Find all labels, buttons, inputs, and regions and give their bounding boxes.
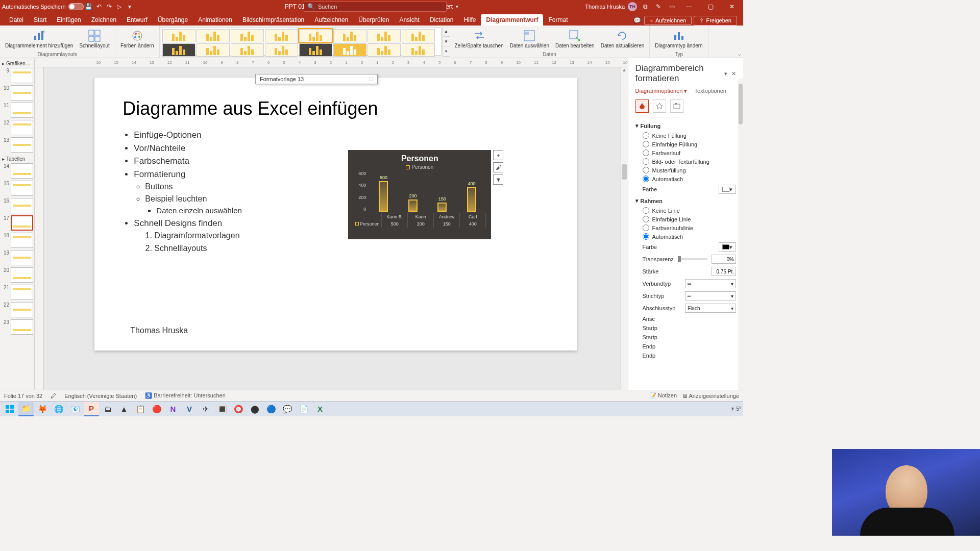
fill-solid-option[interactable]: Einfarbige Füllung xyxy=(635,140,737,148)
start-button[interactable] xyxy=(2,402,17,416)
chart-style-1[interactable] xyxy=(162,29,195,42)
fill-gradient-option[interactable]: Farbverlauf xyxy=(635,148,737,157)
taskbar-firefox-icon[interactable]: 🦊 xyxy=(35,402,50,416)
record-button[interactable]: ●Aufzeichnen xyxy=(644,16,692,25)
chart-styles-icon[interactable]: 🖌 xyxy=(493,162,503,172)
transparency-slider[interactable] xyxy=(678,258,707,260)
save-icon[interactable]: 💾 xyxy=(84,2,94,12)
taskbar-app2-icon[interactable]: 📋 xyxy=(133,402,148,416)
taskbar-app3-icon[interactable]: 🔴 xyxy=(149,402,164,416)
tab-format[interactable]: Format xyxy=(543,14,573,26)
accessibility-status[interactable]: Barrierefreiheit: Untersuchen xyxy=(154,392,226,398)
chart-style-5[interactable] xyxy=(299,29,332,42)
transparency-input[interactable] xyxy=(712,255,736,264)
thumb-section-graphics[interactable]: ▸ Grafiken… xyxy=(1,59,33,68)
thumb-9[interactable]: 9 xyxy=(1,68,33,83)
line-none-option[interactable]: Keine Linie xyxy=(635,206,737,215)
change-chart-type-button[interactable]: Diagrammtyp ändern xyxy=(653,29,704,49)
effects-tab-icon[interactable] xyxy=(653,99,666,113)
ribbon-mode-icon[interactable]: ▭ xyxy=(667,2,677,12)
chart-style-14[interactable] xyxy=(333,43,366,57)
tab-diagrammentwurf[interactable]: Diagrammentwurf xyxy=(481,14,543,26)
share-button[interactable]: ⇪Freigeben xyxy=(694,16,737,26)
redo-icon[interactable]: ↷ xyxy=(104,2,114,12)
taskbar-app8-icon[interactable]: 💬 xyxy=(280,402,295,416)
editor-scrollbar[interactable]: ▲ xyxy=(621,67,628,390)
quick-layout-button[interactable]: Schnelllayout xyxy=(77,29,111,49)
maximize-button[interactable]: ▢ xyxy=(701,0,720,13)
thumb-19[interactable]: 19 xyxy=(1,250,33,265)
line-solid-option[interactable]: Einfarbige Linie xyxy=(635,215,737,223)
width-input[interactable] xyxy=(712,267,736,276)
taskbar-chrome-icon[interactable]: 🌐 xyxy=(51,402,66,416)
taskbar-app-icon[interactable]: 🗂 xyxy=(100,402,115,416)
tab-datei[interactable]: Datei xyxy=(4,14,29,26)
slide[interactable]: Diagramme aus Excel einfügen Einfüge-Opt… xyxy=(94,78,577,350)
thumb-14[interactable]: 14 xyxy=(1,163,33,179)
size-tab-icon[interactable] xyxy=(670,99,683,113)
toggle-pill[interactable] xyxy=(68,3,84,10)
more-qat-icon[interactable]: ▾ xyxy=(125,2,135,12)
taskbar-tray[interactable]: ☀ 5° xyxy=(730,406,741,412)
chart-style-3[interactable] xyxy=(231,29,264,42)
taskbar-explorer-icon[interactable]: 📁 xyxy=(18,402,34,416)
tab-hilfe[interactable]: Hilfe xyxy=(458,14,481,26)
present-icon[interactable]: ▷ xyxy=(114,2,125,12)
avatar[interactable]: TH xyxy=(628,2,637,11)
switch-row-col-button[interactable]: Zeile/Spalte tauschen xyxy=(453,29,506,49)
edit-data-button[interactable]: Daten bearbeiten xyxy=(553,29,597,49)
taskbar-powerpoint-icon[interactable]: P xyxy=(84,402,99,416)
tab-chart-options[interactable]: Diagrammoptionen ▾ xyxy=(635,88,688,94)
thumb-section-tables[interactable]: ▸ Tabellen xyxy=(1,155,33,163)
window-options-icon[interactable]: ⧉ xyxy=(640,2,650,12)
notes-toggle[interactable]: 📝 Notizen xyxy=(649,392,677,399)
pane-options-icon[interactable]: ▾ xyxy=(724,70,727,77)
minimize-button[interactable]: — xyxy=(680,0,698,13)
thumb-17[interactable]: 17 xyxy=(1,215,33,231)
change-colors-button[interactable]: Farben ändern xyxy=(118,29,156,49)
refresh-data-button[interactable]: Daten aktualisieren xyxy=(599,29,647,49)
taskbar-app5-icon[interactable]: ⭕ xyxy=(231,402,246,416)
pane-scrollbar[interactable] xyxy=(738,79,743,390)
chart-filter-icon[interactable]: ▼ xyxy=(493,174,503,185)
fill-section[interactable]: ▾ Füllung xyxy=(635,120,737,131)
taskbar-app4-icon[interactable]: 🔳 xyxy=(214,402,230,416)
slide-area[interactable]: Diagramme aus Excel einfügen Einfüge-Opt… xyxy=(44,67,627,390)
chart-style-13[interactable] xyxy=(299,43,332,57)
taskbar-app6-icon[interactable]: ⬤ xyxy=(247,402,262,416)
language-status[interactable]: Englisch (Vereinigte Staaten) xyxy=(64,393,137,399)
taskbar-vlc-icon[interactable]: ▲ xyxy=(116,402,132,416)
pane-close-icon[interactable]: ✕ xyxy=(731,70,736,77)
thumb-13[interactable]: 13 xyxy=(1,137,33,153)
chart-style-gallery[interactable] xyxy=(161,28,442,56)
thumb-21[interactable]: 21 xyxy=(1,285,33,300)
thumb-10[interactable]: 10 xyxy=(1,85,33,101)
chart-style-10[interactable] xyxy=(197,43,230,57)
taskbar-app9-icon[interactable]: 📄 xyxy=(296,402,311,416)
chart-style-15[interactable] xyxy=(368,43,401,57)
draw-mode-icon[interactable]: ✎ xyxy=(653,2,664,12)
comments-icon[interactable]: 💬 xyxy=(632,15,642,26)
tab-text-options[interactable]: Textoptionen xyxy=(695,88,726,94)
border-section[interactable]: ▾ Rahmen xyxy=(635,195,737,206)
fill-pattern-option[interactable]: Musterfüllung xyxy=(635,166,737,174)
line-auto-option[interactable]: Automatisch xyxy=(635,232,737,241)
autosave-toggle[interactable]: Automatisches Speichern xyxy=(2,3,84,10)
chart[interactable]: Personen Personen 6004002000 50020015040… xyxy=(348,150,491,239)
tab-aufzeichnen[interactable]: Aufzeichnen xyxy=(309,14,353,26)
tab-überprüfen[interactable]: Überprüfen xyxy=(353,14,394,26)
thumb-12[interactable]: 12 xyxy=(1,120,33,135)
taskbar-outlook-icon[interactable]: 📧 xyxy=(67,402,83,416)
chart-style-9[interactable] xyxy=(162,43,195,57)
cap-combo[interactable]: Flach▾ xyxy=(685,304,736,313)
chart-style-11[interactable] xyxy=(231,43,264,57)
fill-auto-option[interactable]: Automatisch xyxy=(635,174,737,183)
slide-title[interactable]: Diagramme aus Excel einfügen xyxy=(122,98,549,119)
display-settings[interactable]: 🖥 Anzeigeeinstellunge xyxy=(682,393,739,399)
chart-style-7[interactable] xyxy=(368,29,401,42)
dash-combo[interactable]: ━▾ xyxy=(685,291,736,300)
taskbar-excel-icon[interactable]: X xyxy=(312,402,328,416)
chart-style-2[interactable] xyxy=(197,29,230,42)
taskbar-telegram-icon[interactable]: ✈ xyxy=(198,402,213,416)
fill-none-option[interactable]: Keine Füllung xyxy=(635,131,737,140)
